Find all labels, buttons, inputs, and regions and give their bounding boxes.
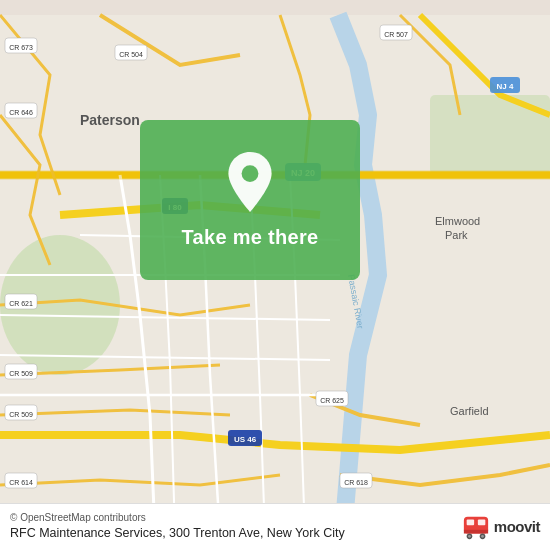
svg-text:NJ 4: NJ 4 xyxy=(497,82,514,91)
attribution-text: © OpenStreetMap contributors xyxy=(10,512,345,523)
svg-rect-38 xyxy=(466,519,473,525)
svg-text:CR 509: CR 509 xyxy=(9,411,33,418)
svg-text:Elmwood: Elmwood xyxy=(435,215,480,227)
svg-text:Park: Park xyxy=(445,229,468,241)
svg-text:CR 618: CR 618 xyxy=(344,479,368,486)
svg-text:CR 504: CR 504 xyxy=(119,51,143,58)
moovit-text: moovit xyxy=(494,518,540,535)
moovit-bus-icon xyxy=(462,513,490,541)
moovit-logo: moovit xyxy=(462,513,540,541)
svg-text:CR 646: CR 646 xyxy=(9,109,33,116)
svg-rect-40 xyxy=(464,530,488,534)
svg-text:CR 507: CR 507 xyxy=(384,31,408,38)
svg-rect-39 xyxy=(478,519,485,525)
svg-text:US 46: US 46 xyxy=(234,435,257,444)
svg-text:CR 614: CR 614 xyxy=(9,479,33,486)
svg-point-43 xyxy=(468,535,471,538)
address-info: © OpenStreetMap contributors RFC Mainten… xyxy=(10,512,345,543)
location-pin-icon xyxy=(225,152,275,212)
svg-text:CR 621: CR 621 xyxy=(9,300,33,307)
svg-text:CR 673: CR 673 xyxy=(9,44,33,51)
map-container: NJ 20 NJ 4 I 80 US 46 CR 646 CR 673 CR 5… xyxy=(0,0,550,550)
svg-text:Paterson: Paterson xyxy=(80,112,140,128)
address-text: RFC Maintenance Services, 300 Trenton Av… xyxy=(10,525,345,543)
take-me-there-button[interactable]: Take me there xyxy=(140,120,360,280)
svg-text:CR 625: CR 625 xyxy=(320,397,344,404)
bottom-bar: © OpenStreetMap contributors RFC Mainten… xyxy=(0,503,550,551)
svg-text:Garfield: Garfield xyxy=(450,405,489,417)
svg-point-44 xyxy=(481,535,484,538)
svg-text:CR 509: CR 509 xyxy=(9,370,33,377)
svg-point-36 xyxy=(242,165,259,182)
take-me-there-label: Take me there xyxy=(182,226,319,249)
